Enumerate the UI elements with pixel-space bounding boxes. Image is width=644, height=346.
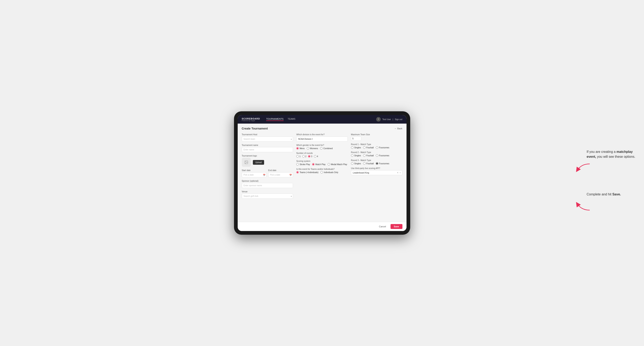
round3-foursomes-option[interactable]: Foursomes: [376, 162, 389, 165]
round1-singles-label: Singles: [354, 147, 361, 149]
round3-fourball-option[interactable]: Fourball: [363, 162, 374, 165]
round-3-radio[interactable]: [308, 155, 310, 158]
round2-singles-option[interactable]: Singles: [351, 154, 361, 157]
tournament-host-input[interactable]: [242, 137, 293, 142]
start-date-label: Start date: [242, 169, 266, 172]
scoring-medal-option[interactable]: Medal Match Play: [328, 163, 347, 166]
round2-foursomes-label: Foursomes: [379, 155, 389, 157]
venue-input[interactable]: [242, 193, 293, 199]
api-tag[interactable]: Leaderboard King × ▾: [351, 170, 402, 175]
nav-right: T Test User | Sign out: [376, 117, 402, 122]
round-1-option[interactable]: 1: [296, 155, 300, 158]
teams-teams-radio[interactable]: [296, 171, 299, 173]
api-tag-text: Leaderboard King: [353, 172, 396, 174]
nav-link-tournaments[interactable]: TOURNAMENTS: [266, 118, 284, 121]
left-column: Tournament Host ▾ Tournament name: [242, 133, 293, 199]
logo-sub: Powered by clippit: [242, 120, 260, 121]
scoring-match-option[interactable]: Match Play: [312, 163, 326, 166]
right-column: Maximum Team Size Round 1 - Match Type S…: [351, 133, 402, 199]
round1-fourball-radio[interactable]: [363, 146, 366, 149]
signout-link[interactable]: Sign out: [395, 118, 402, 121]
max-team-size-group: Maximum Team Size: [351, 133, 402, 141]
venue-label: Venue: [242, 190, 293, 193]
teams-teams-label: Teams (+Individuals): [300, 171, 318, 173]
scoring-stroke-label: Stroke Play: [300, 163, 310, 166]
scoring-match-radio[interactable]: [312, 163, 314, 166]
back-link[interactable]: ← Back: [394, 127, 402, 130]
round-4-option[interactable]: 4: [314, 155, 318, 158]
round1-fourball-option[interactable]: Fourball: [363, 146, 374, 149]
sponsor-label: Sponsor (optional): [242, 180, 293, 182]
division-group: Which division is the event for? NCAA Di…: [296, 133, 348, 142]
round2-foursomes-radio[interactable]: [376, 154, 378, 157]
main-content: Create Tournament ← Back Tournament Host…: [238, 124, 406, 222]
round-2-option[interactable]: 2: [302, 155, 306, 158]
scoring-medal-label: Medal Match Play: [331, 163, 347, 166]
gender-mens-radio[interactable]: [296, 147, 299, 150]
round1-singles-option[interactable]: Singles: [351, 146, 361, 149]
gender-combined-radio[interactable]: [320, 147, 322, 150]
scoring-stroke-option[interactable]: Stroke Play: [296, 163, 310, 166]
nav-bar: SCOREBOARD Powered by clippit TOURNAMENT…: [238, 115, 406, 124]
sponsor-input[interactable]: [242, 183, 293, 188]
upload-button[interactable]: Upload: [253, 160, 264, 165]
middle-column: Which division is the event for? NCAA Di…: [296, 133, 348, 199]
round1-singles-radio[interactable]: [351, 146, 354, 149]
teams-individuals-option[interactable]: Individuals Only: [320, 171, 338, 173]
round-3-option[interactable]: 3: [308, 155, 312, 158]
scoring-medal-radio[interactable]: [328, 163, 330, 166]
round-4-radio[interactable]: [314, 155, 316, 158]
division-select[interactable]: NCAA Division I NCAA Division II NCAA Di…: [296, 137, 348, 142]
date-row: Start date 📅 End date 📅: [242, 169, 293, 177]
page-header: Create Tournament ← Back: [242, 127, 402, 130]
round3-singles-option[interactable]: Singles: [351, 162, 361, 165]
gender-combined-option[interactable]: Combined: [320, 147, 333, 150]
round-1-radio[interactable]: [296, 155, 299, 158]
round3-singles-radio[interactable]: [351, 162, 354, 165]
user-name: Test User: [382, 118, 391, 121]
scoring-label: Scoring system: [296, 160, 348, 162]
form-footer: Cancel Save: [238, 222, 406, 231]
teams-teams-option[interactable]: Teams (+Individuals): [296, 171, 318, 173]
max-team-size-input[interactable]: [351, 137, 361, 141]
round-2-radio[interactable]: [302, 155, 305, 158]
rounds-label: Number of rounds: [296, 152, 348, 154]
venue-group: Venue ▾: [242, 190, 293, 199]
round2-match-label: Round 2 - Match Type: [351, 151, 402, 154]
teams-individuals-label: Individuals Only: [324, 171, 338, 173]
round3-match-label: Round 3 - Match Type: [351, 159, 402, 162]
cancel-button[interactable]: Cancel: [376, 224, 388, 229]
round1-match-options: Singles Fourball Foursomes: [351, 146, 402, 149]
round1-match-label: Round 1 - Match Type: [351, 143, 402, 146]
round2-fourball-label: Fourball: [366, 155, 374, 157]
round-2-label: 2: [305, 155, 306, 158]
round1-foursomes-option[interactable]: Foursomes: [376, 146, 389, 149]
round2-singles-radio[interactable]: [351, 154, 354, 157]
scoring-stroke-radio[interactable]: [296, 163, 299, 166]
form-layout: Tournament Host ▾ Tournament name: [242, 133, 402, 199]
gender-mens-option[interactable]: Mens: [296, 147, 304, 150]
api-tag-close-icon[interactable]: ×: [397, 171, 398, 174]
teams-group: Is this event for Teams and/or Individua…: [296, 168, 348, 173]
round2-fourball-option[interactable]: Fourball: [363, 154, 374, 157]
round2-foursomes-option[interactable]: Foursomes: [376, 154, 389, 157]
tournament-logo-label: Tournament logo: [242, 155, 293, 157]
round2-fourball-radio[interactable]: [363, 154, 366, 157]
start-date-input-wrap: 📅: [242, 172, 266, 177]
round3-fourball-radio[interactable]: [363, 162, 366, 165]
svg-point-1: [245, 162, 246, 162]
tournament-name-input[interactable]: [242, 147, 293, 152]
round3-foursomes-radio[interactable]: [376, 162, 378, 165]
arrow-top-icon: [575, 162, 592, 174]
gender-womens-radio[interactable]: [307, 147, 309, 150]
api-tag-arrow-icon[interactable]: ▾: [400, 172, 400, 174]
tournament-name-group: Tournament name: [242, 144, 293, 152]
save-button[interactable]: Save: [390, 224, 402, 229]
max-team-size-label: Maximum Team Size: [351, 133, 402, 136]
nav-link-teams[interactable]: TEAMS: [288, 118, 296, 121]
logo-upload-area: Upload: [242, 158, 293, 167]
gender-womens-option[interactable]: Womens: [307, 147, 318, 150]
annotations: If you are creating a matchplay event, y…: [587, 149, 640, 197]
round1-foursomes-radio[interactable]: [376, 146, 378, 149]
teams-individuals-radio[interactable]: [320, 171, 323, 173]
